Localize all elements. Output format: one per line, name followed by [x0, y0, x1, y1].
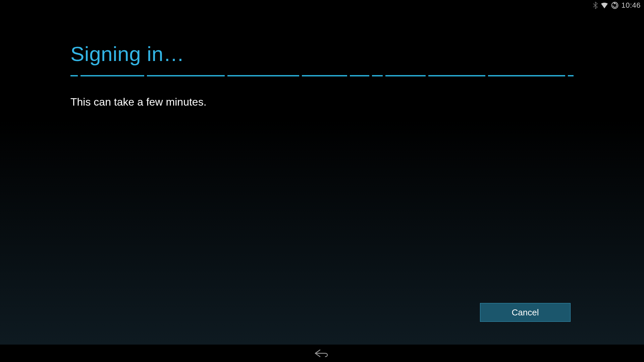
progress-indicator: [70, 75, 574, 76]
navigation-bar: [0, 345, 644, 362]
page-title: Signing in…: [70, 42, 574, 66]
signing-in-panel: Signing in… This can take a few minutes.…: [0, 0, 644, 345]
cancel-button-label: Cancel: [512, 307, 539, 318]
screen-content: 10:46 Signing in… This can take a few mi…: [0, 0, 644, 345]
cancel-button[interactable]: Cancel: [480, 303, 571, 322]
page-subtitle: This can take a few minutes.: [70, 96, 574, 108]
back-button[interactable]: [314, 349, 330, 358]
